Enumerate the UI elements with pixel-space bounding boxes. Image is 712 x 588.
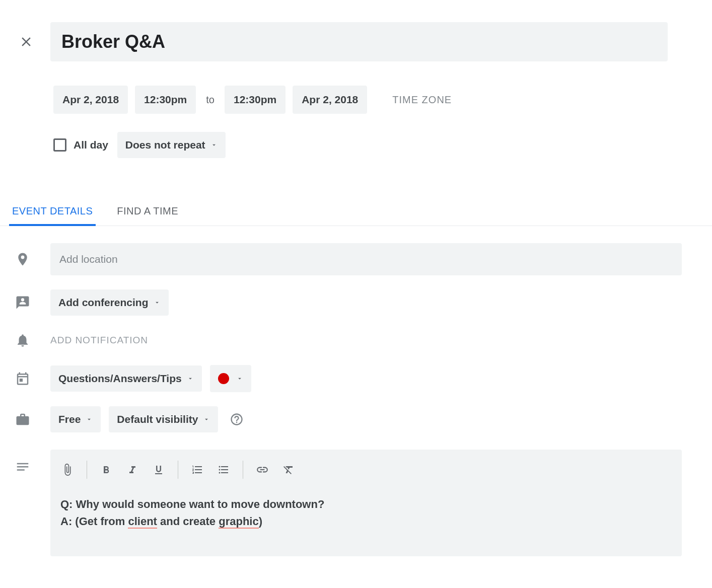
a-mid: and create xyxy=(157,515,219,528)
conferencing-icon xyxy=(15,295,30,310)
add-notification-button[interactable]: ADD NOTIFICATION xyxy=(50,335,148,346)
bell-icon xyxy=(15,333,30,348)
briefcase-icon xyxy=(15,412,30,427)
a-suffix: ) xyxy=(259,515,262,528)
separator xyxy=(243,461,243,479)
clear-formatting-icon xyxy=(282,464,295,476)
a-label: A: xyxy=(60,515,72,528)
attach-button[interactable] xyxy=(55,459,80,481)
italic-button[interactable] xyxy=(120,459,145,481)
calendar-label: Questions/Answers/Tips xyxy=(58,373,182,385)
q-text: Why would someone want to move downtown? xyxy=(76,498,325,510)
start-time-picker[interactable]: 12:30pm xyxy=(135,86,196,114)
recurrence-dropdown[interactable]: Does not repeat xyxy=(117,132,226,158)
chevron-down-icon xyxy=(86,416,93,423)
end-date-picker[interactable]: Apr 2, 2018 xyxy=(293,86,367,114)
clear-formatting-button[interactable] xyxy=(276,459,301,481)
bulleted-list-button[interactable] xyxy=(211,459,236,481)
recurrence-label: Does not repeat xyxy=(125,139,205,151)
availability-label: Free xyxy=(58,413,81,425)
conferencing-dropdown[interactable]: Add conferencing xyxy=(50,289,169,316)
italic-icon xyxy=(126,464,138,476)
bulleted-list-icon xyxy=(218,464,230,476)
tab-event-details[interactable]: EVENT DETAILS xyxy=(9,198,96,226)
description-icon xyxy=(15,459,30,474)
location-icon xyxy=(15,252,30,267)
visibility-dropdown[interactable]: Default visibility xyxy=(109,406,218,432)
a-word-graphic: graphic xyxy=(219,515,258,529)
location-input[interactable] xyxy=(50,243,682,275)
description-toolbar xyxy=(50,450,682,490)
chevron-down-icon xyxy=(203,416,210,423)
a-prefix: (Get from xyxy=(75,515,128,528)
availability-dropdown[interactable]: Free xyxy=(50,406,101,432)
close-button[interactable] xyxy=(14,30,38,54)
description-content[interactable]: Q: Why would someone want to move downto… xyxy=(50,490,682,530)
chevron-down-icon xyxy=(187,375,194,382)
chevron-down-icon xyxy=(236,375,243,382)
all-day-checkbox[interactable] xyxy=(53,138,66,152)
help-icon xyxy=(230,412,244,426)
chevron-down-icon xyxy=(154,299,161,306)
visibility-help-button[interactable] xyxy=(229,412,244,427)
separator xyxy=(87,461,87,479)
conferencing-label: Add conferencing xyxy=(58,297,149,309)
separator xyxy=(178,461,178,479)
start-date-picker[interactable]: Apr 2, 2018 xyxy=(53,86,128,114)
underline-button[interactable] xyxy=(147,459,171,481)
a-word-client: client xyxy=(128,515,157,529)
all-day-label: All day xyxy=(74,139,108,151)
numbered-list-icon xyxy=(191,464,203,476)
insert-link-button[interactable] xyxy=(250,459,274,481)
event-color-dropdown[interactable] xyxy=(210,365,251,392)
chevron-down-icon xyxy=(210,141,218,149)
calendar-dropdown[interactable]: Questions/Answers/Tips xyxy=(50,365,202,392)
bold-button[interactable] xyxy=(94,459,118,481)
end-time-picker[interactable]: 12:30pm xyxy=(225,86,286,114)
color-swatch xyxy=(218,373,229,384)
bold-icon xyxy=(100,464,112,476)
q-label: Q: xyxy=(60,498,73,510)
numbered-list-button[interactable] xyxy=(185,459,209,481)
tab-find-a-time[interactable]: FIND A TIME xyxy=(114,198,181,226)
calendar-icon xyxy=(15,371,30,386)
timezone-button[interactable]: TIME ZONE xyxy=(392,94,452,106)
visibility-label: Default visibility xyxy=(117,413,198,425)
to-label: to xyxy=(203,94,218,106)
link-icon xyxy=(256,463,269,476)
description-editor[interactable]: Q: Why would someone want to move downto… xyxy=(50,450,682,556)
paperclip-icon xyxy=(61,463,74,476)
event-title-input[interactable] xyxy=(50,22,668,61)
underline-icon xyxy=(153,464,165,476)
close-icon xyxy=(19,34,34,49)
